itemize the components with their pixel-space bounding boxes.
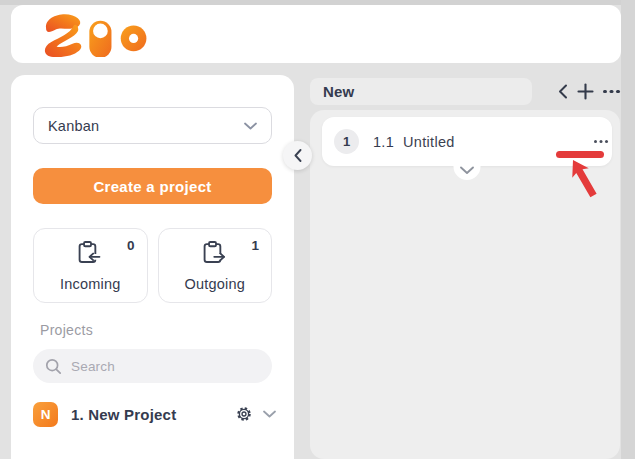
app-window: Kanban Create a project 0 Incomin — [0, 0, 635, 459]
card-title: Untitled — [403, 134, 455, 150]
clipboard-arrow-in-icon — [74, 239, 102, 271]
chevron-left-icon[interactable] — [558, 84, 568, 99]
outgoing-card[interactable]: 1 Outgoing — [158, 228, 273, 303]
plus-icon[interactable] — [577, 83, 594, 100]
chevron-left-icon — [294, 149, 302, 162]
card-number-badge: 1 — [334, 129, 359, 154]
view-mode-value: Kanban — [48, 118, 99, 134]
card-code: 1.1 — [373, 134, 394, 150]
sidebar: Kanban Create a project 0 Incomin — [11, 75, 294, 459]
search-icon — [45, 358, 62, 375]
column-controls — [532, 78, 620, 105]
ellipsis-icon[interactable] — [594, 136, 597, 147]
app-header — [11, 5, 621, 63]
projects-section-label: Projects — [40, 322, 93, 338]
column-title: New — [323, 83, 354, 100]
clipboard-arrow-out-icon — [199, 239, 227, 271]
ellipsis-icon[interactable] — [603, 90, 620, 94]
incoming-label: Incoming — [34, 276, 147, 292]
search-input[interactable] — [71, 359, 241, 374]
project-list-item[interactable]: N 1. New Project — [33, 399, 278, 429]
outgoing-count: 1 — [251, 238, 259, 253]
chevron-down-icon — [244, 122, 257, 130]
view-mode-select[interactable]: Kanban — [33, 107, 272, 144]
chevron-down-icon[interactable] — [263, 410, 276, 418]
incoming-count: 0 — [127, 238, 135, 253]
incoming-card[interactable]: 0 Incoming — [33, 228, 148, 303]
right-edge — [621, 0, 635, 459]
project-name: 1. New Project — [71, 406, 176, 423]
chevron-down-icon — [460, 166, 475, 175]
annotation-arrow-icon — [530, 150, 610, 224]
sidebar-collapse-button[interactable] — [283, 141, 312, 170]
project-avatar: N — [33, 402, 58, 427]
stats-row: 0 Incoming 1 — [33, 228, 272, 303]
create-project-button[interactable]: Create a project — [33, 168, 272, 204]
outgoing-label: Outgoing — [159, 276, 272, 292]
column-title-pill[interactable]: New — [310, 78, 532, 105]
gear-icon[interactable] — [235, 405, 253, 423]
project-search[interactable] — [33, 349, 272, 383]
zio-logo-icon — [33, 11, 151, 57]
